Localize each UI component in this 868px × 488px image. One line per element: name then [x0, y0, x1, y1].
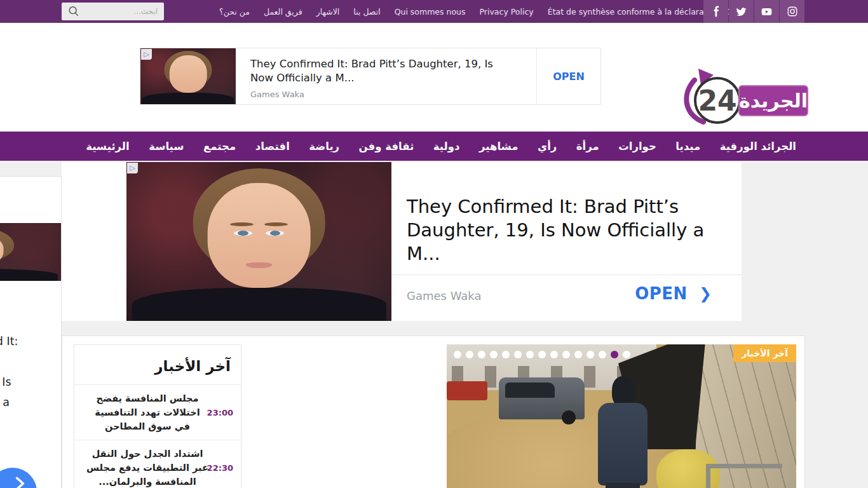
slider-dot[interactable] — [502, 351, 510, 358]
slider-dot-active[interactable] — [611, 351, 618, 358]
main-content-ad[interactable]: ▷ They Confirmed It: Brad Pitt’s Daughte… — [62, 162, 742, 321]
slider-dot[interactable] — [454, 351, 461, 358]
search-input[interactable] — [79, 7, 164, 16]
top-links: من نحن؟ فريق العمل الاشهار اتصل بنا Qui … — [219, 0, 742, 23]
nav-item-media[interactable]: ميديا — [675, 140, 700, 152]
top-link-team[interactable]: فريق العمل — [264, 7, 302, 17]
ad-title[interactable]: They Confirmed It: Brad Pitt’s Daughter,… — [0, 331, 62, 433]
ad-open-button[interactable]: OPEN ❯ — [635, 284, 712, 303]
ad-text-block: They Confirmed It: Brad Pitt’s Daughter,… — [236, 48, 536, 104]
news-time: 22:30 — [209, 463, 233, 473]
open-label[interactable]: OPEN — [635, 284, 688, 303]
ad-image — [0, 223, 62, 281]
top-banner-ad[interactable]: ▷ They Confirmed It: Brad Pitt’s Daughte… — [140, 48, 601, 105]
news-title[interactable]: اشتداد الجدل حول النقل عبر التطبيقات يدف… — [82, 447, 209, 488]
adchoices-icon[interactable]: ▷ — [127, 163, 138, 173]
top-link-about[interactable]: من نحن؟ — [219, 7, 250, 17]
nav-item-politics[interactable]: سياسة — [149, 140, 184, 152]
news-title[interactable]: مجلس المنافسة يفضح اختلالات تهدد التنافس… — [82, 391, 209, 433]
ad-advertiser: Games Waka — [0, 301, 62, 313]
slider-dot[interactable] — [526, 351, 534, 358]
slider-dot[interactable] — [490, 351, 498, 358]
latest-news-section: آخر الأخبار 23:00 مجلس المنافسة يفضح اخت… — [62, 336, 805, 488]
facebook-icon[interactable] — [703, 0, 728, 23]
nav-item-interviews[interactable]: حوارات — [618, 140, 656, 152]
social-links — [703, 0, 804, 23]
top-link-qui-sommes-nous[interactable]: Qui sommes nous — [395, 7, 466, 17]
nav-item-opinion[interactable]: رأي — [538, 140, 557, 152]
site-header: ▷ They Confirmed It: Brad Pitt’s Daughte… — [0, 23, 868, 132]
slider-photo — [447, 344, 796, 488]
logo-graphic: 24 الجريدة — [675, 67, 809, 130]
ad-divider — [391, 274, 742, 275]
nav-item-home[interactable]: الرئيسية — [86, 140, 130, 152]
svg-text:24: 24 — [698, 85, 736, 117]
ad-image: ▷ — [126, 162, 391, 321]
instagram-icon[interactable] — [780, 0, 804, 23]
slider-dot[interactable] — [562, 351, 570, 358]
site-logo[interactable]: 24 الجريدة — [675, 67, 809, 130]
nav-item-sports[interactable]: رياضة — [309, 140, 339, 152]
news-item[interactable]: 22:30 اشتداد الجدل حول النقل عبر التطبيق… — [74, 440, 241, 488]
nav-item-culture-art[interactable]: ثقافة وفن — [359, 140, 414, 152]
slider-dots — [454, 351, 630, 358]
side-rail-ad[interactable]: Games Waka They Confirmed It: Brad Pitt’… — [0, 176, 62, 488]
nav-item-economy[interactable]: اقتصاد — [255, 140, 290, 152]
nav-item-women[interactable]: مرأة — [576, 140, 599, 152]
twitter-icon[interactable] — [729, 0, 754, 23]
nav-item-celebrities[interactable]: مشاهير — [479, 140, 519, 152]
slider-dot[interactable] — [550, 351, 558, 358]
slider-dot[interactable] — [599, 351, 606, 358]
ad-advertiser: Games Waka — [407, 289, 482, 302]
nav-item-international[interactable]: دولية — [433, 140, 460, 152]
ad-thumbnail-image: ▷ — [140, 48, 236, 104]
slider-dot[interactable] — [478, 351, 485, 358]
news-item[interactable]: 23:00 مجلس المنافسة يفضح اختلالات تهدد ا… — [74, 384, 241, 440]
slider-badge: آخر الأخبار — [733, 344, 796, 362]
search-box[interactable] — [62, 3, 164, 20]
page: { "colors": { "topbar": "#652d70", "soci… — [0, 0, 868, 488]
adchoices-icon[interactable]: ▷ — [141, 49, 152, 60]
latest-news-heading: آخر الأخبار — [74, 345, 241, 384]
slider-dot[interactable] — [623, 351, 630, 358]
ad-advertiser: Games Waka — [250, 90, 536, 99]
chevron-right-icon: ❯ — [699, 285, 712, 302]
side-rail-ad-content: Games Waka They Confirmed It: Brad Pitt’… — [0, 223, 62, 433]
youtube-icon[interactable] — [754, 0, 779, 23]
ad-title[interactable]: They Confirmed It: Brad Pitt’s Daughter,… — [250, 57, 517, 85]
slider-dot[interactable] — [538, 351, 546, 358]
svg-text:الجريدة: الجريدة — [739, 90, 808, 112]
nav-item-print-papers[interactable]: الجرائد الورقية — [720, 140, 796, 152]
news-time: 23:00 — [209, 408, 233, 417]
nav-item-society[interactable]: مجتمع — [203, 140, 236, 152]
search-icon — [68, 6, 79, 17]
slider-dot[interactable] — [466, 351, 473, 358]
slider-dot[interactable] — [574, 351, 582, 358]
top-link-advertising[interactable]: الاشهار — [316, 7, 340, 17]
slider-dot[interactable] — [514, 351, 522, 358]
slider-dot[interactable] — [587, 351, 594, 358]
ad-title[interactable]: They Confirmed It: Brad Pitt’s Daughter,… — [407, 195, 728, 266]
top-link-privacy-policy[interactable]: Privacy Policy — [480, 7, 534, 17]
latest-news-card: آخر الأخبار 23:00 مجلس المنافسة يفضح اخت… — [74, 344, 241, 488]
top-link-contact[interactable]: اتصل بنا — [353, 7, 380, 17]
news-slider[interactable]: آخر الأخبار — [447, 344, 796, 488]
ad-open-button[interactable]: OPEN — [536, 48, 600, 104]
top-bar: من نحن؟ فريق العمل الاشهار اتصل بنا Qui … — [0, 0, 868, 23]
main-navigation: الرئيسية سياسة مجتمع اقتصاد رياضة ثقافة … — [0, 132, 868, 161]
chevron-right-icon — [11, 475, 28, 488]
